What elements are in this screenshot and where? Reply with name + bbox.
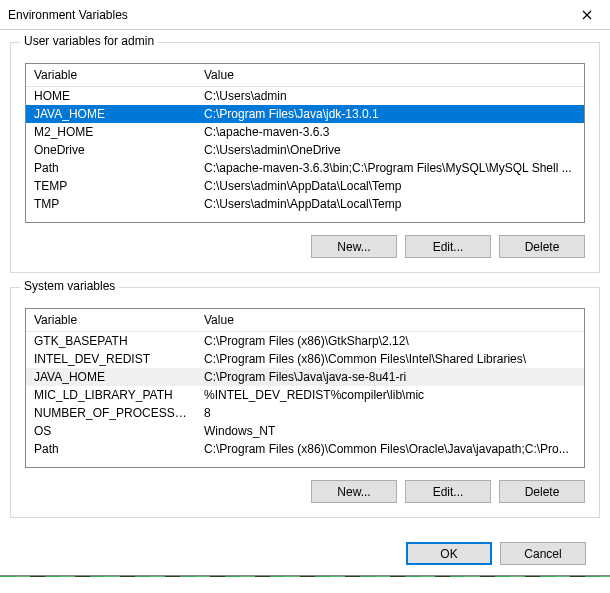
value-cell: Windows_NT (196, 422, 584, 440)
table-row[interactable]: MIC_LD_LIBRARY_PATH%INTEL_DEV_REDIST%com… (26, 386, 584, 404)
table-row[interactable]: TEMPC:\Users\admin\AppData\Local\Temp (26, 177, 584, 195)
user-variables-group: User variables for admin Variable Value … (10, 42, 600, 273)
system-rows-container: GTK_BASEPATHC:\Program Files (x86)\GtkSh… (26, 332, 584, 458)
system-delete-button[interactable]: Delete (499, 480, 585, 503)
window-title: Environment Variables (8, 8, 128, 22)
variable-cell: JAVA_HOME (26, 105, 196, 123)
variable-cell: Path (26, 440, 196, 458)
value-cell: C:\Users\admin (196, 87, 584, 105)
value-cell: C:\Program Files (x86)\Common Files\Orac… (196, 440, 584, 458)
value-cell: C:\Users\admin\OneDrive (196, 141, 584, 159)
variable-cell: GTK_BASEPATH (26, 332, 196, 350)
table-row[interactable]: TMPC:\Users\admin\AppData\Local\Temp (26, 195, 584, 213)
table-row[interactable]: JAVA_HOMEC:\Program Files\Java\java-se-8… (26, 368, 584, 386)
ok-button[interactable]: OK (406, 542, 492, 565)
variable-cell: MIC_LD_LIBRARY_PATH (26, 386, 196, 404)
variable-cell: OneDrive (26, 141, 196, 159)
table-row[interactable]: NUMBER_OF_PROCESSORS8 (26, 404, 584, 422)
value-cell: C:\Program Files (x86)\GtkSharp\2.12\ (196, 332, 584, 350)
table-row[interactable]: JAVA_HOMEC:\Program Files\Java\jdk-13.0.… (26, 105, 584, 123)
value-cell: C:\Program Files (x86)\Common Files\Inte… (196, 350, 584, 368)
value-cell: C:\apache-maven-3.6.3\bin;C:\Program Fil… (196, 159, 584, 177)
variable-cell: NUMBER_OF_PROCESSORS (26, 404, 196, 422)
system-variables-group: System variables Variable Value GTK_BASE… (10, 287, 600, 518)
user-edit-button[interactable]: Edit... (405, 235, 491, 258)
value-cell: C:\apache-maven-3.6.3 (196, 123, 584, 141)
column-header-variable[interactable]: Variable (26, 309, 196, 331)
user-variables-list[interactable]: Variable Value HOMEC:\Users\adminJAVA_HO… (25, 63, 585, 223)
table-row[interactable]: PathC:\apache-maven-3.6.3\bin;C:\Program… (26, 159, 584, 177)
variable-cell: TMP (26, 195, 196, 213)
variable-cell: OS (26, 422, 196, 440)
user-new-button[interactable]: New... (311, 235, 397, 258)
column-header-variable[interactable]: Variable (26, 64, 196, 86)
value-cell: 8 (196, 404, 584, 422)
user-rows-container: HOMEC:\Users\adminJAVA_HOMEC:\Program Fi… (26, 87, 584, 213)
list-header: Variable Value (26, 309, 584, 332)
titlebar: Environment Variables (0, 0, 610, 30)
cancel-button[interactable]: Cancel (500, 542, 586, 565)
user-variables-label: User variables for admin (20, 34, 158, 48)
table-row[interactable]: M2_HOMEC:\apache-maven-3.6.3 (26, 123, 584, 141)
table-row[interactable]: OSWindows_NT (26, 422, 584, 440)
value-cell: C:\Program Files\Java\java-se-8u41-ri (196, 368, 584, 386)
table-row[interactable]: GTK_BASEPATHC:\Program Files (x86)\GtkSh… (26, 332, 584, 350)
variable-cell: TEMP (26, 177, 196, 195)
variable-cell: HOME (26, 87, 196, 105)
variable-cell: M2_HOME (26, 123, 196, 141)
system-variables-list[interactable]: Variable Value GTK_BASEPATHC:\Program Fi… (25, 308, 585, 468)
column-header-value[interactable]: Value (196, 64, 584, 86)
table-row[interactable]: HOMEC:\Users\admin (26, 87, 584, 105)
value-cell: C:\Users\admin\AppData\Local\Temp (196, 195, 584, 213)
variable-cell: Path (26, 159, 196, 177)
system-new-button[interactable]: New... (311, 480, 397, 503)
close-icon[interactable] (564, 0, 610, 30)
variable-cell: JAVA_HOME (26, 368, 196, 386)
table-row[interactable]: PathC:\Program Files (x86)\Common Files\… (26, 440, 584, 458)
value-cell: C:\Users\admin\AppData\Local\Temp (196, 177, 584, 195)
list-header: Variable Value (26, 64, 584, 87)
system-edit-button[interactable]: Edit... (405, 480, 491, 503)
column-header-value[interactable]: Value (196, 309, 584, 331)
system-variables-label: System variables (20, 279, 119, 293)
table-row[interactable]: OneDriveC:\Users\admin\OneDrive (26, 141, 584, 159)
window-border-decoration (0, 575, 610, 577)
user-delete-button[interactable]: Delete (499, 235, 585, 258)
value-cell: %INTEL_DEV_REDIST%compiler\lib\mic (196, 386, 584, 404)
variable-cell: INTEL_DEV_REDIST (26, 350, 196, 368)
table-row[interactable]: INTEL_DEV_REDISTC:\Program Files (x86)\C… (26, 350, 584, 368)
value-cell: C:\Program Files\Java\jdk-13.0.1 (196, 105, 584, 123)
